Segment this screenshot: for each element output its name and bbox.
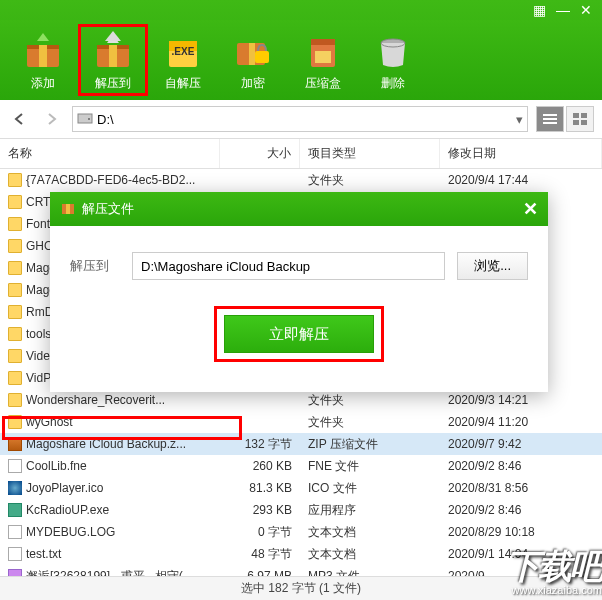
svg-rect-14 [315,51,331,63]
dropdown-icon[interactable]: ▾ [516,112,523,127]
extract-path-input[interactable] [132,252,445,280]
extract-to-icon [89,29,137,73]
file-row[interactable]: {7A7ACBDD-FED6-4ec5-BD2...文件夹2020/9/4 17… [0,169,602,191]
file-row[interactable]: Wondershare_Recoverit...文件夹2020/9/3 14:2… [0,389,602,411]
toolbar: 添加 解压到 .EXE 自解压 加密 压缩盒 [0,20,602,100]
dialog-titlebar: 解压文件 ✕ [50,192,548,226]
file-row[interactable]: test.txt48 字节文本文档2020/9/1 14:04 [0,543,602,565]
self-extract-label: 自解压 [165,75,201,92]
svg-rect-22 [573,113,579,118]
dialog-icon [60,200,76,219]
svg-rect-13 [311,39,335,45]
column-headers: 名称 大小 项目类型 修改日期 [0,139,602,169]
browse-button[interactable]: 浏览... [457,252,528,280]
extract-to-label: 解压到 [95,75,131,92]
svg-rect-25 [581,120,587,125]
list-view-button[interactable] [536,106,564,132]
extract-to-label: 解压到 [70,257,120,275]
encrypt-button[interactable]: 加密 [218,24,288,96]
titlebar: ▦ — ✕ [0,0,602,20]
svg-text:.EXE: .EXE [172,46,195,57]
grid-icon[interactable]: ▦ [533,2,546,18]
navbar: D:\ ▾ [0,100,602,139]
trash-icon [369,29,417,73]
svg-rect-2 [39,45,47,67]
svg-rect-21 [543,122,557,124]
forward-button[interactable] [40,107,64,131]
extract-dialog: 解压文件 ✕ 解压到 浏览... 立即解压 [50,192,548,392]
grid-view-button[interactable] [566,106,594,132]
file-row[interactable]: wyGhost文件夹2020/9/4 11:20 [0,411,602,433]
svg-rect-20 [543,118,557,120]
add-label: 添加 [31,75,55,92]
close-window-button[interactable]: ✕ [580,2,592,18]
self-extract-button[interactable]: .EXE 自解压 [148,24,218,96]
status-text: 选中 182 字节 (1 文件) [241,580,361,597]
compress-box-icon [299,29,347,73]
file-row[interactable]: MYDEBUG.LOG0 字节文本文档2020/8/29 10:18 [0,521,602,543]
delete-button[interactable]: 删除 [358,24,428,96]
svg-rect-5 [109,45,117,67]
extract-to-button[interactable]: 解压到 [78,24,148,96]
svg-rect-11 [255,51,269,63]
file-row[interactable]: CoolLib.fne260 KBFNE 文件2020/9/2 8:46 [0,455,602,477]
file-row[interactable]: Magoshare iCloud Backup.z...132 字节ZIP 压缩… [0,433,602,455]
dialog-close-button[interactable]: ✕ [523,198,538,220]
add-button[interactable]: 添加 [8,24,78,96]
encrypt-icon [229,29,277,73]
col-date[interactable]: 修改日期 [440,139,602,168]
svg-point-18 [88,118,90,120]
svg-rect-19 [543,114,557,116]
col-type[interactable]: 项目类型 [300,139,440,168]
file-row[interactable]: JoyoPlayer.ico81.3 KBICO 文件2020/8/31 8:5… [0,477,602,499]
delete-label: 删除 [381,75,405,92]
extract-now-button[interactable]: 立即解压 [224,315,374,353]
path-input[interactable]: D:\ ▾ [72,106,528,132]
col-size[interactable]: 大小 [220,139,300,168]
drive-icon [77,111,93,128]
encrypt-label: 加密 [241,75,265,92]
back-button[interactable] [8,107,32,131]
extract-button-highlight: 立即解压 [214,306,384,362]
svg-rect-24 [573,120,579,125]
minimize-button[interactable]: — [556,2,570,18]
compress-box-label: 压缩盒 [305,75,341,92]
add-icon [19,29,67,73]
svg-rect-23 [581,113,587,118]
col-name[interactable]: 名称 [0,139,220,168]
svg-rect-17 [78,114,92,123]
dialog-title-text: 解压文件 [82,200,134,218]
path-text: D:\ [97,112,114,127]
svg-rect-10 [249,43,255,65]
self-extract-icon: .EXE [159,29,207,73]
compress-box-button[interactable]: 压缩盒 [288,24,358,96]
status-bar: 选中 182 字节 (1 文件) [0,576,602,600]
svg-rect-27 [66,204,70,214]
file-row[interactable]: KcRadioUP.exe293 KB应用程序2020/9/2 8:46 [0,499,602,521]
